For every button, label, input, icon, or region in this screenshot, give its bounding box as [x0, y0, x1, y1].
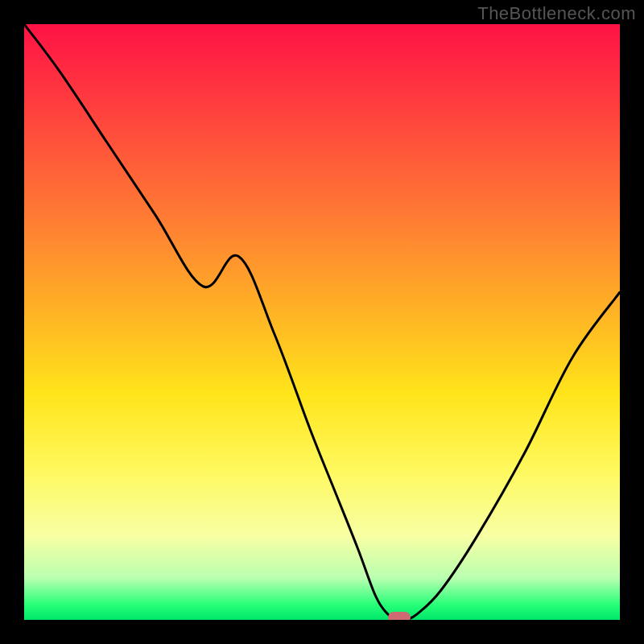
optimal-point-marker	[388, 612, 411, 620]
plot-area	[24, 24, 620, 620]
watermark-label: TheBottleneck.com	[477, 3, 636, 24]
bottleneck-curve	[24, 24, 620, 620]
chart-frame: TheBottleneck.com	[0, 0, 644, 644]
